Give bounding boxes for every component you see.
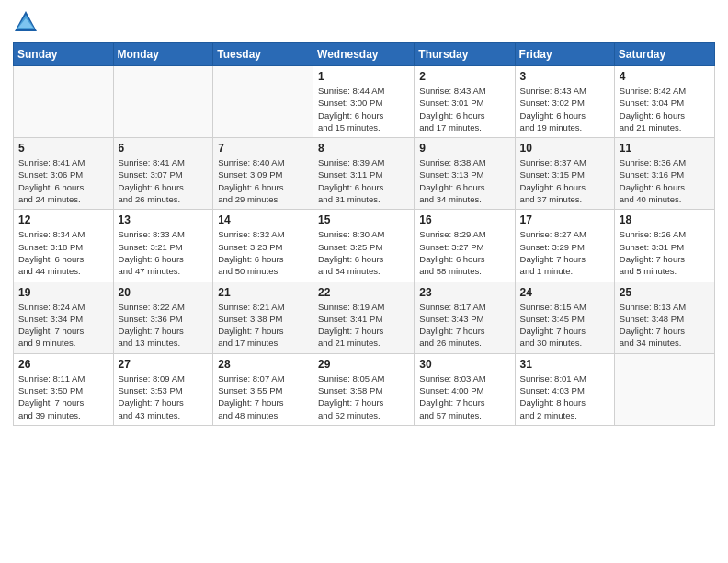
day-info: Sunrise: 8:41 AM Sunset: 3:06 PM Dayligh… xyxy=(18,156,108,205)
calendar-cell: 5Sunrise: 8:41 AM Sunset: 3:06 PM Daylig… xyxy=(14,138,114,210)
calendar-week-5: 26Sunrise: 8:11 AM Sunset: 3:50 PM Dayli… xyxy=(14,353,715,425)
calendar-cell: 27Sunrise: 8:09 AM Sunset: 3:53 PM Dayli… xyxy=(113,353,213,425)
calendar-week-1: 1Sunrise: 8:44 AM Sunset: 3:00 PM Daylig… xyxy=(14,66,715,138)
calendar-cell xyxy=(113,66,213,138)
day-info: Sunrise: 8:34 AM Sunset: 3:18 PM Dayligh… xyxy=(18,228,108,277)
day-number: 17 xyxy=(520,213,609,226)
day-number: 30 xyxy=(419,358,509,371)
calendar-cell: 6Sunrise: 8:41 AM Sunset: 3:07 PM Daylig… xyxy=(113,138,213,210)
day-info: Sunrise: 8:22 AM Sunset: 3:36 PM Dayligh… xyxy=(119,301,209,350)
day-info: Sunrise: 8:42 AM Sunset: 3:04 PM Dayligh… xyxy=(620,85,710,133)
day-number: 4 xyxy=(620,70,710,83)
day-info: Sunrise: 8:15 AM Sunset: 3:45 PM Dayligh… xyxy=(520,301,609,350)
calendar-cell xyxy=(614,353,714,425)
day-number: 15 xyxy=(318,213,409,226)
calendar-cell: 3Sunrise: 8:43 AM Sunset: 3:02 PM Daylig… xyxy=(515,66,614,138)
calendar-cell: 17Sunrise: 8:27 AM Sunset: 3:29 PM Dayli… xyxy=(515,210,614,282)
day-of-week-sunday: Sunday xyxy=(14,43,114,66)
calendar-cell: 23Sunrise: 8:17 AM Sunset: 3:43 PM Dayli… xyxy=(415,282,515,353)
day-info: Sunrise: 8:27 AM Sunset: 3:29 PM Dayligh… xyxy=(520,228,609,277)
day-number: 25 xyxy=(620,286,710,299)
day-info: Sunrise: 8:13 AM Sunset: 3:48 PM Dayligh… xyxy=(620,301,710,350)
calendar-cell: 29Sunrise: 8:05 AM Sunset: 3:58 PM Dayli… xyxy=(313,353,415,425)
logo xyxy=(13,9,42,35)
day-info: Sunrise: 8:03 AM Sunset: 4:00 PM Dayligh… xyxy=(419,373,509,421)
calendar-cell: 18Sunrise: 8:26 AM Sunset: 3:31 PM Dayli… xyxy=(614,210,714,282)
day-number: 24 xyxy=(520,286,609,299)
calendar: SundayMondayTuesdayWednesdayThursdayFrid… xyxy=(13,42,715,426)
day-number: 5 xyxy=(18,142,108,155)
day-number: 26 xyxy=(18,358,108,371)
day-number: 13 xyxy=(119,213,209,226)
day-info: Sunrise: 8:11 AM Sunset: 3:50 PM Dayligh… xyxy=(18,373,108,421)
day-info: Sunrise: 8:17 AM Sunset: 3:43 PM Dayligh… xyxy=(419,301,509,350)
day-of-week-saturday: Saturday xyxy=(614,43,714,66)
day-info: Sunrise: 8:40 AM Sunset: 3:09 PM Dayligh… xyxy=(218,156,308,205)
day-of-week-wednesday: Wednesday xyxy=(313,43,415,66)
day-number: 10 xyxy=(520,142,609,155)
calendar-week-2: 5Sunrise: 8:41 AM Sunset: 3:06 PM Daylig… xyxy=(14,138,715,210)
calendar-cell: 28Sunrise: 8:07 AM Sunset: 3:55 PM Dayli… xyxy=(213,353,313,425)
calendar-cell: 9Sunrise: 8:38 AM Sunset: 3:13 PM Daylig… xyxy=(415,138,515,210)
header xyxy=(13,9,715,35)
day-of-week-monday: Monday xyxy=(113,43,213,66)
calendar-cell xyxy=(14,66,114,138)
calendar-header-row: SundayMondayTuesdayWednesdayThursdayFrid… xyxy=(14,43,715,66)
day-info: Sunrise: 8:09 AM Sunset: 3:53 PM Dayligh… xyxy=(119,373,209,421)
day-number: 7 xyxy=(218,142,308,155)
calendar-week-4: 19Sunrise: 8:24 AM Sunset: 3:34 PM Dayli… xyxy=(14,282,715,353)
day-info: Sunrise: 8:26 AM Sunset: 3:31 PM Dayligh… xyxy=(620,228,710,277)
day-info: Sunrise: 8:44 AM Sunset: 3:00 PM Dayligh… xyxy=(318,85,409,133)
day-number: 8 xyxy=(318,142,409,155)
page: SundayMondayTuesdayWednesdayThursdayFrid… xyxy=(0,0,728,563)
day-number: 23 xyxy=(419,286,509,299)
day-info: Sunrise: 8:24 AM Sunset: 3:34 PM Dayligh… xyxy=(18,301,108,350)
calendar-cell: 8Sunrise: 8:39 AM Sunset: 3:11 PM Daylig… xyxy=(313,138,415,210)
day-info: Sunrise: 8:21 AM Sunset: 3:38 PM Dayligh… xyxy=(218,301,308,350)
calendar-cell: 21Sunrise: 8:21 AM Sunset: 3:38 PM Dayli… xyxy=(213,282,313,353)
day-info: Sunrise: 8:32 AM Sunset: 3:23 PM Dayligh… xyxy=(218,228,308,277)
calendar-cell: 22Sunrise: 8:19 AM Sunset: 3:41 PM Dayli… xyxy=(313,282,415,353)
day-info: Sunrise: 8:43 AM Sunset: 3:01 PM Dayligh… xyxy=(419,85,509,133)
day-number: 9 xyxy=(419,142,509,155)
calendar-cell: 7Sunrise: 8:40 AM Sunset: 3:09 PM Daylig… xyxy=(213,138,313,210)
day-info: Sunrise: 8:38 AM Sunset: 3:13 PM Dayligh… xyxy=(419,156,509,205)
day-info: Sunrise: 8:41 AM Sunset: 3:07 PM Dayligh… xyxy=(119,156,209,205)
day-number: 21 xyxy=(218,286,308,299)
day-number: 6 xyxy=(119,142,209,155)
day-info: Sunrise: 8:36 AM Sunset: 3:16 PM Dayligh… xyxy=(620,156,710,205)
calendar-cell: 20Sunrise: 8:22 AM Sunset: 3:36 PM Dayli… xyxy=(113,282,213,353)
calendar-cell: 13Sunrise: 8:33 AM Sunset: 3:21 PM Dayli… xyxy=(113,210,213,282)
calendar-cell: 2Sunrise: 8:43 AM Sunset: 3:01 PM Daylig… xyxy=(415,66,515,138)
day-info: Sunrise: 8:37 AM Sunset: 3:15 PM Dayligh… xyxy=(520,156,609,205)
day-number: 22 xyxy=(318,286,409,299)
day-info: Sunrise: 8:29 AM Sunset: 3:27 PM Dayligh… xyxy=(419,228,509,277)
day-number: 18 xyxy=(620,213,710,226)
calendar-cell: 16Sunrise: 8:29 AM Sunset: 3:27 PM Dayli… xyxy=(415,210,515,282)
calendar-cell: 11Sunrise: 8:36 AM Sunset: 3:16 PM Dayli… xyxy=(614,138,714,210)
calendar-week-3: 12Sunrise: 8:34 AM Sunset: 3:18 PM Dayli… xyxy=(14,210,715,282)
calendar-cell: 30Sunrise: 8:03 AM Sunset: 4:00 PM Dayli… xyxy=(415,353,515,425)
day-number: 2 xyxy=(419,70,509,83)
calendar-cell: 31Sunrise: 8:01 AM Sunset: 4:03 PM Dayli… xyxy=(515,353,614,425)
day-info: Sunrise: 8:05 AM Sunset: 3:58 PM Dayligh… xyxy=(318,373,409,421)
day-number: 12 xyxy=(18,213,108,226)
day-info: Sunrise: 8:43 AM Sunset: 3:02 PM Dayligh… xyxy=(520,85,609,133)
day-number: 19 xyxy=(18,286,108,299)
day-info: Sunrise: 8:30 AM Sunset: 3:25 PM Dayligh… xyxy=(318,228,409,277)
day-number: 14 xyxy=(218,213,308,226)
day-of-week-friday: Friday xyxy=(515,43,614,66)
calendar-cell: 15Sunrise: 8:30 AM Sunset: 3:25 PM Dayli… xyxy=(313,210,415,282)
calendar-cell: 4Sunrise: 8:42 AM Sunset: 3:04 PM Daylig… xyxy=(614,66,714,138)
calendar-cell: 19Sunrise: 8:24 AM Sunset: 3:34 PM Dayli… xyxy=(14,282,114,353)
day-number: 3 xyxy=(520,70,609,83)
calendar-cell: 24Sunrise: 8:15 AM Sunset: 3:45 PM Dayli… xyxy=(515,282,614,353)
calendar-cell: 12Sunrise: 8:34 AM Sunset: 3:18 PM Dayli… xyxy=(14,210,114,282)
calendar-cell: 1Sunrise: 8:44 AM Sunset: 3:00 PM Daylig… xyxy=(313,66,415,138)
day-number: 20 xyxy=(119,286,209,299)
calendar-cell xyxy=(213,66,313,138)
day-info: Sunrise: 8:07 AM Sunset: 3:55 PM Dayligh… xyxy=(218,373,308,421)
day-info: Sunrise: 8:39 AM Sunset: 3:11 PM Dayligh… xyxy=(318,156,409,205)
logo-icon xyxy=(13,9,39,35)
day-of-week-thursday: Thursday xyxy=(415,43,515,66)
